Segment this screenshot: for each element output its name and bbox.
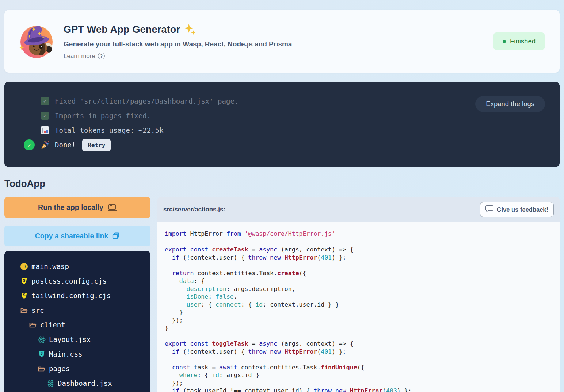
react-icon: [47, 380, 54, 387]
sidebar: Run the app locally Copy a shareable lin…: [4, 197, 150, 392]
tree-item-label: Main.css: [49, 350, 83, 358]
tree-item-tailwind-config-cjs[interactable]: Stailwind.config.cjs: [4, 288, 150, 303]
code-body: import HttpError from '@wasp/core/HttpEr…: [157, 222, 560, 392]
folder-icon: [20, 307, 28, 314]
js-shield-icon: S: [22, 278, 27, 284]
copy-icon: [112, 232, 120, 240]
tree-item-label: Layout.jsx: [49, 335, 91, 343]
subtitle: Generate your full-stack web app in Wasp…: [64, 40, 493, 48]
expand-logs-button[interactable]: Expand the logs: [475, 96, 545, 112]
status-badge: Finished: [493, 32, 545, 50]
log-row: ✓Imports in pages fixed.: [24, 108, 545, 123]
app-logo-wizard-wasp: [19, 24, 54, 59]
folder-icon: [38, 366, 45, 372]
tree-item-client[interactable]: client: [4, 318, 150, 332]
tree-item-label: Dashboard.jsx: [58, 379, 112, 387]
tree-item-postcss-config-cjs[interactable]: Spostcss.config.cjs: [4, 274, 150, 288]
log-row: ✓ Done!Retry: [24, 138, 545, 152]
css-shield-icon: 3: [39, 351, 45, 357]
log-row: ✓Fixed 'src/client/pages/Dashboard.jsx' …: [24, 94, 545, 108]
code-panel: src/server/actions.js: Give us feedback!…: [157, 197, 560, 392]
js-shield-icon: S: [22, 293, 27, 299]
check-square-icon: ✓: [41, 112, 49, 120]
check-circle-icon: ✓: [24, 139, 35, 150]
tree-item-label: src: [31, 306, 44, 314]
party-popper-icon: [41, 141, 50, 149]
tree-item-main-wasp[interactable]: =)main.wasp: [4, 259, 150, 274]
code-header: src/server/actions.js: Give us feedback!: [157, 197, 560, 222]
tree-item-label: pages: [49, 365, 70, 373]
code-block: import HttpError from '@wasp/core/HttpEr…: [165, 230, 556, 392]
run-app-locally-button[interactable]: Run the app locally: [4, 197, 150, 218]
log-text: Done!: [55, 141, 76, 149]
log-text: Fixed 'src/client/pages/Dashboard.jsx' p…: [55, 97, 239, 105]
log-text: Total tokens usage: ~22.5k: [55, 126, 163, 134]
log-row: Total tokens usage: ~22.5k: [24, 123, 545, 138]
laptop-icon: [107, 204, 117, 212]
log-panel: ✓Fixed 'src/client/pages/Dashboard.jsx' …: [4, 82, 560, 167]
header-card: GPT Web App Generator Generate your full…: [4, 10, 560, 73]
copy-shareable-link-button[interactable]: Copy a shareable link: [4, 226, 150, 246]
code-file-label: src/server/actions.js:: [163, 206, 225, 213]
status-dot-icon: [503, 40, 506, 43]
app-name: TodoApp: [4, 178, 560, 189]
check-square-icon: ✓: [41, 97, 49, 105]
tree-item-pages[interactable]: pages: [4, 361, 150, 376]
tree-item-main-css[interactable]: 3Main.css: [4, 347, 150, 361]
tree-item-dashboard-jsx[interactable]: Dashboard.jsx: [4, 376, 150, 391]
tree-item-layout-jsx[interactable]: Layout.jsx: [4, 332, 150, 347]
react-icon: [38, 336, 46, 343]
tree-item-label: client: [40, 321, 65, 329]
sparkles-icon: [184, 23, 196, 37]
give-feedback-button[interactable]: Give us feedback!: [480, 202, 554, 217]
wasp-icon: =): [20, 263, 28, 270]
retry-button[interactable]: Retry: [82, 139, 111, 151]
folder-icon: [29, 322, 37, 328]
tree-item-label: tailwind.config.cjs: [31, 292, 111, 300]
tree-item-label: main.wasp: [31, 262, 69, 270]
speech-bubble-icon: [485, 205, 494, 214]
page: GPT Web App Generator Generate your full…: [0, 10, 564, 392]
tree-item-src[interactable]: src: [4, 303, 150, 318]
tree-item-label: postcss.config.cjs: [31, 277, 107, 285]
file-tree: =)main.waspSpostcss.config.cjsStailwind.…: [4, 251, 150, 392]
page-title: GPT Web App Generator: [64, 24, 180, 35]
help-icon: ?: [98, 53, 105, 59]
learn-more-link[interactable]: Learn more ?: [64, 53, 105, 60]
bar-chart-icon: [41, 126, 49, 134]
log-text: Imports in pages fixed.: [55, 112, 151, 120]
